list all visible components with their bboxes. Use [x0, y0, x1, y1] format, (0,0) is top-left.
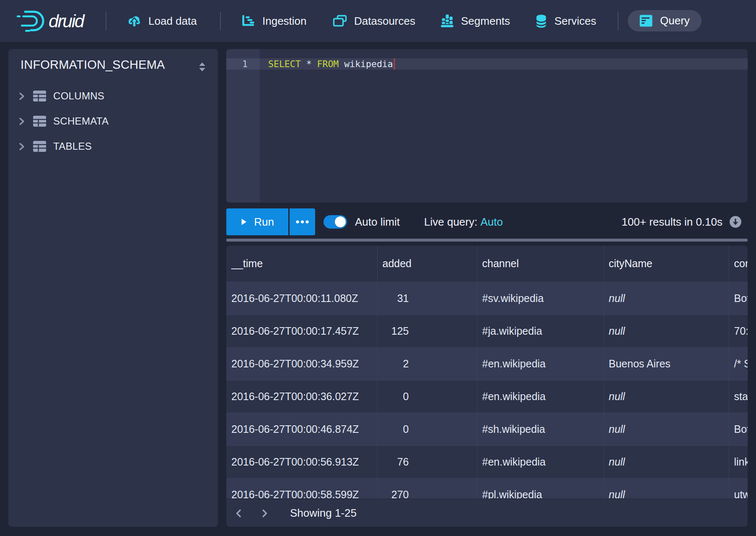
nav-item-segments[interactable]: Segments — [440, 0, 510, 42]
cell-channel: #en.wikipedia — [477, 380, 603, 413]
pagination-bar: Showing 1-25 — [226, 499, 748, 527]
cell-time: 2016-06-27T00:00:34.959Z — [226, 347, 377, 380]
sql-star: * — [306, 59, 312, 69]
pagination-label: Showing 1-25 — [290, 499, 357, 527]
sql-keyword: FROM — [317, 59, 339, 69]
table-icon — [33, 90, 47, 102]
nav-item-ingestion[interactable]: Ingestion — [241, 0, 307, 42]
run-toolbar: Run Auto limit Live query: Auto 100+ res… — [226, 208, 748, 235]
cell-cityname: null — [603, 445, 729, 478]
cell-time: 2016-06-27T00:00:11.080Z — [226, 282, 377, 315]
druid-console: druid Load data — [0, 0, 756, 536]
table-row[interactable]: 2016-06-27T00:00:17.457Z 125 #ja.wikiped… — [226, 315, 748, 347]
cell-comment: 70:28 — [729, 315, 748, 347]
nav-item-label: Segments — [461, 15, 510, 28]
nav-item-services[interactable]: Services — [535, 0, 596, 42]
tree-item-columns[interactable]: COLUMNS — [8, 83, 218, 109]
sql-keyword: SELECT — [268, 59, 301, 69]
editor-cursor — [394, 58, 395, 70]
cell-comment: stats — [729, 380, 748, 413]
horizontal-scrollbar[interactable] — [226, 239, 748, 242]
cell-comment: Botskapande Indonesien omdirigering — [729, 282, 748, 315]
cell-time: 2016-06-27T00:00:56.913Z — [226, 445, 377, 478]
nav-item-datasources[interactable]: Datasources — [333, 0, 415, 42]
druid-logo-icon[interactable] — [16, 9, 46, 33]
cell-added: 2 — [377, 347, 477, 380]
schema-sidebar: INFORMATION_SCHEMA COLUMNS — [8, 49, 218, 527]
column-header-comment[interactable]: comment — [729, 246, 748, 282]
double-caret-vertical-icon[interactable] — [197, 62, 207, 72]
table-header-row: __time added channel cityName comment — [226, 246, 748, 282]
nav-item-label: Services — [554, 15, 596, 28]
nav-item-label: Datasources — [354, 15, 415, 28]
application-icon — [639, 15, 652, 27]
column-header-cityname[interactable]: cityName — [603, 246, 729, 282]
chevron-right-icon[interactable] — [18, 117, 25, 126]
nav-item-label: Query — [660, 14, 690, 27]
column-header-channel[interactable]: channel — [477, 246, 603, 282]
live-query-value[interactable]: Auto — [480, 216, 503, 229]
table-row[interactable]: 2016-06-27T00:00:46.874Z 0 #sh.wikipedia… — [226, 413, 748, 445]
table-row[interactable]: 2016-06-27T00:00:36.027Z 0 #en.wikipedia… — [226, 380, 748, 413]
run-options-button[interactable] — [290, 208, 315, 235]
tree-item-label: COLUMNS — [53, 90, 104, 102]
nav-divider — [106, 12, 106, 30]
toggle-knob — [335, 216, 346, 227]
tree-item-label: TABLES — [53, 141, 92, 152]
cell-comment: link fix — [729, 445, 748, 478]
column-header-added[interactable]: added — [377, 246, 477, 282]
nav-item-query[interactable]: Query — [628, 10, 702, 31]
multi-select-icon — [333, 14, 347, 28]
run-button[interactable]: Run — [226, 208, 288, 235]
nav-item-label: Load data — [148, 15, 197, 28]
table-icon — [33, 141, 47, 152]
chevron-left-icon — [234, 508, 243, 518]
cell-channel: #en.wikipedia — [477, 445, 603, 478]
schema-tree: COLUMNS SCHEMATA — [8, 83, 218, 159]
cell-channel: #ja.wikipedia — [477, 315, 603, 347]
sql-identifier: wikipedia — [344, 59, 393, 69]
cell-channel: #sh.wikipedia — [477, 413, 603, 445]
live-query-control: Live query: Auto — [424, 208, 503, 235]
cell-cityname: null — [603, 380, 729, 413]
cell-added: 31 — [377, 282, 477, 315]
database-icon — [535, 14, 547, 28]
cell-added: 76 — [377, 445, 477, 478]
cell-comment: Bot: Automatska zamjena teksta — [729, 413, 748, 445]
schema-selector[interactable]: INFORMATION_SCHEMA — [21, 58, 165, 72]
table-icon — [33, 115, 47, 127]
auto-limit-label: Auto limit — [355, 208, 400, 235]
live-query-label: Live query: — [424, 216, 480, 229]
nav-item-load-data[interactable]: Load data — [127, 0, 197, 42]
stacked-chart-icon — [440, 14, 454, 28]
chevron-right-icon[interactable] — [18, 142, 25, 151]
brand-wordmark[interactable]: druid — [49, 0, 83, 42]
chevron-right-icon[interactable] — [18, 92, 25, 101]
cell-cityname: null — [603, 282, 729, 315]
play-icon — [241, 218, 247, 226]
tree-item-tables[interactable]: TABLES — [8, 134, 218, 159]
results-table: __time added channel cityName comment 20… — [226, 246, 748, 511]
table-row[interactable]: 2016-06-27T00:00:11.080Z 31 #sv.wikipedi… — [226, 282, 748, 315]
table-row[interactable]: 2016-06-27T00:00:56.913Z 76 #en.wikipedi… — [226, 445, 748, 478]
download-icon[interactable] — [730, 216, 741, 228]
column-header-time[interactable]: __time — [226, 246, 377, 282]
tree-item-schemata[interactable]: SCHEMATA — [8, 109, 218, 134]
cell-time: 2016-06-27T00:00:46.874Z — [226, 413, 377, 445]
cell-channel: #en.wikipedia — [477, 347, 603, 380]
previous-page-button[interactable] — [230, 499, 247, 527]
chevron-right-icon — [260, 508, 269, 518]
sql-statement[interactable]: SELECT * FROM wikipedia — [268, 58, 393, 70]
sql-editor[interactable]: 1 SELECT * FROM wikipedia — [226, 49, 748, 203]
next-page-button[interactable] — [256, 499, 273, 527]
run-button-label: Run — [254, 216, 274, 229]
cell-cityname: null — [603, 413, 729, 445]
table-row[interactable]: 2016-06-27T00:00:34.959Z 2 #en.wikipedia… — [226, 347, 748, 380]
editor-gutter — [226, 49, 260, 203]
cell-channel: #sv.wikipedia — [477, 282, 603, 315]
tree-item-label: SCHEMATA — [53, 115, 109, 127]
gantt-chart-icon — [241, 14, 255, 28]
cell-comment: /* Status of peremptory norms in interna… — [729, 347, 748, 380]
top-navbar: druid Load data — [0, 0, 756, 42]
auto-limit-toggle[interactable] — [324, 215, 347, 229]
